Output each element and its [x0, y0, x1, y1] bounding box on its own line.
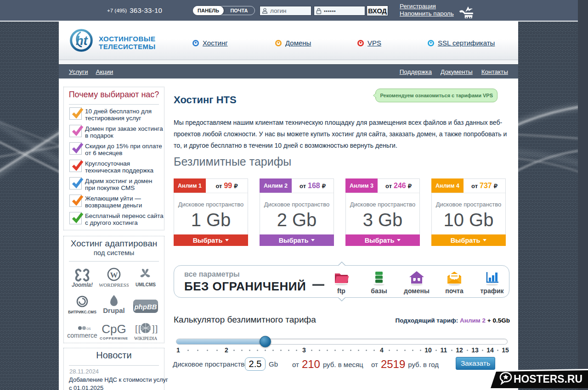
- cms-title-line1: Хостинг адаптирован: [64, 238, 164, 249]
- why-us-item-text: Круглосуточная техническая поддержка: [85, 160, 153, 174]
- enter-button[interactable]: ВХОД: [367, 6, 388, 16]
- chart-icon: [484, 269, 500, 286]
- cms-logo-wikipedia[interactable]: [[ ]] WIKIPEDIA: [130, 318, 161, 341]
- scale-number: 15: [502, 346, 509, 354]
- disk-size: 10 Gb: [432, 210, 505, 230]
- password-input[interactable]: ••••••: [314, 6, 365, 16]
- cms-logo-coppermine[interactable]: CpG COPPERMINE: [98, 318, 130, 341]
- phone-number: 363-33-10: [130, 6, 162, 14]
- why-us-item: 10 дней бесплатно для тестирования услуг: [69, 107, 164, 122]
- matching-tariff: Подходящий тариф: Анлим 2 + 0.5Gb: [396, 317, 510, 324]
- tariff-price: от 246 ₽: [378, 179, 419, 193]
- svg-text:commerce: commerce: [68, 332, 98, 339]
- disk-space-input[interactable]: [245, 357, 266, 371]
- scale-dot: [272, 350, 274, 351]
- site-header: ht ХОСТИНГОВЫЕ ТЕЛЕСИСТЕМЫ Хостинг Домен…: [59, 22, 518, 60]
- order-button[interactable]: Заказать: [456, 357, 495, 370]
- unlimited-feature-трафик: трафик: [473, 269, 511, 295]
- disk-space-caption: Дисковое пространство: [174, 201, 248, 208]
- scale-number: 4: [380, 346, 384, 354]
- feature-label: домены: [404, 287, 430, 295]
- tariff-price-value: 737: [480, 182, 492, 190]
- cms-logo-joomla-[interactable]: Joomla!: [67, 265, 98, 288]
- scale-dot: [482, 350, 483, 351]
- tariff-card: Анлим 3 от 246 ₽ Дисковое пространство 3…: [345, 178, 420, 246]
- news-item-link[interactable]: Добавление НДС к стоимости услуг с 01.01…: [69, 376, 164, 390]
- brand-logo-icon[interactable]: ht: [70, 29, 93, 54]
- nav-support[interactable]: Поддержка: [400, 68, 432, 75]
- why-us-item-text: Желающим уйти — возвращаем деньги: [85, 195, 142, 209]
- notch-up-icon: [338, 257, 346, 266]
- choose-button[interactable]: Выбрать: [345, 234, 420, 246]
- main-content: Рекомендуем ознакомиться с тарифами VPS …: [164, 79, 518, 390]
- nav-domains[interactable]: Домены: [275, 39, 311, 47]
- check-icon: [69, 195, 82, 207]
- disk-slider[interactable]: [176, 339, 508, 345]
- scale-dot: [197, 350, 198, 351]
- scale-dot: [249, 350, 250, 351]
- nav-services[interactable]: Услуги: [69, 68, 88, 75]
- scale-dot: [350, 350, 351, 351]
- scale-dot: [187, 350, 189, 351]
- scale-number: 14: [486, 346, 494, 354]
- nav-hosting[interactable]: Хостинг: [192, 39, 228, 47]
- scale-dot: [288, 350, 289, 351]
- cms-logo-drupal[interactable]: Drupal: [98, 291, 130, 314]
- feature-label: трафик: [480, 287, 503, 295]
- nav-contacts[interactable]: Контакты: [481, 68, 508, 75]
- tariff-price: от 99 ₽: [206, 179, 248, 193]
- intro-paragraph: Мы предоставляем нашим клиентам техничес…: [174, 117, 508, 151]
- brand-name[interactable]: ХОСТИНГОВЫЕ ТЕЛЕСИСТЕМЫ: [99, 35, 156, 50]
- nav-promos[interactable]: Акции: [96, 68, 113, 75]
- unlimited-title: БЕЗ ОГРАНИЧЕНИЙ: [184, 279, 306, 294]
- choose-button[interactable]: Выбрать: [174, 234, 248, 246]
- nav-ssl[interactable]: SSL сертификаты: [428, 39, 495, 47]
- panel-toggle-option[interactable]: ПАНЕЛЬ: [193, 6, 224, 15]
- cms-logo-oscommerce[interactable]: os commerce: [67, 318, 98, 341]
- remind-password-link[interactable]: Напомнить пароль: [400, 10, 454, 17]
- lock-icon: [316, 8, 322, 14]
- cart-icon[interactable]: [459, 6, 474, 20]
- tariff-price: от 168 ₽: [292, 179, 334, 193]
- scale-dot: [451, 350, 452, 351]
- dropdown-arrow-icon: [397, 239, 401, 243]
- scale-dot: [207, 350, 208, 351]
- disk-size: 1 Gb: [174, 210, 248, 230]
- scale-dot: [420, 350, 421, 351]
- yearly-price: от 2519 руб. в год: [371, 357, 439, 372]
- nav-vps[interactable]: VPS: [357, 39, 381, 47]
- scale-dot: [265, 350, 266, 351]
- scrollbar-strip: [578, 0, 588, 390]
- nav-documents[interactable]: Документы: [441, 68, 473, 75]
- svg-text:Joomla!: Joomla!: [72, 282, 93, 288]
- choose-button[interactable]: Выбрать: [260, 234, 334, 246]
- scale-dot: [280, 350, 282, 351]
- mail-toggle-option[interactable]: ПОЧТА: [224, 6, 254, 15]
- ruble-sign: ₽: [234, 183, 237, 189]
- disk-size: 2 Gb: [260, 210, 334, 230]
- database-icon: [372, 269, 386, 286]
- slider-thumb[interactable]: [260, 336, 271, 347]
- scale-dot: [311, 350, 312, 351]
- domains-dot-icon: [275, 40, 282, 46]
- cms-logo-umlcms[interactable]: UMLCMS: [130, 265, 161, 288]
- why-us-item: Дарим хостинг и домен при покупке CMS: [69, 177, 164, 192]
- cms-logo-битрикс-cms[interactable]: БИТРИКС.CMS: [67, 291, 98, 314]
- disk-space-caption: Дисковое пространство: [346, 201, 419, 208]
- hosters-badge[interactable]: HOSTERS.RU: [490, 369, 588, 390]
- tariff-price: от 737 ₽: [464, 179, 505, 193]
- tariffs-heading: Безлимитные тарифы: [174, 155, 510, 168]
- scale-dot: [296, 350, 297, 351]
- unlimited-caption: все параметры: [184, 270, 240, 279]
- why-us-item: Бесплатный перенос сайта с другого хости…: [69, 212, 164, 227]
- login-input[interactable]: логин: [260, 6, 311, 16]
- cms-logo-phpbb[interactable]: phpBB: [130, 291, 161, 314]
- choose-button[interactable]: Выбрать: [431, 234, 506, 246]
- cms-logo-wordpress[interactable]: W WORDPRESS: [98, 265, 130, 288]
- matching-tariff-plan[interactable]: Анлим 2: [460, 317, 486, 324]
- why-us-item-text: Бесплатный перенос сайта с другого хости…: [85, 212, 164, 227]
- secondary-nav: Услуги Акции Поддержка Документы Контакт…: [59, 64, 518, 79]
- register-link[interactable]: Регистрация: [400, 3, 454, 10]
- vps-recommendation-bubble[interactable]: Рекомендуем ознакомиться с тарифами VPS: [375, 89, 498, 102]
- unlimited-feature-домены: домены: [398, 269, 435, 295]
